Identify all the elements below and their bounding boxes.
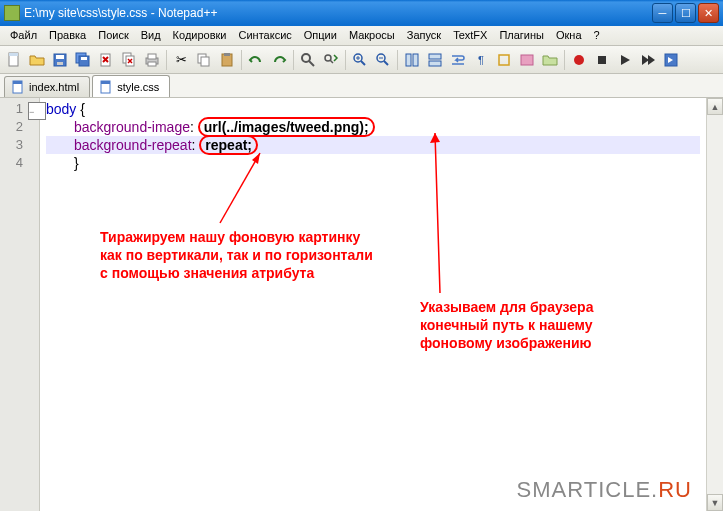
css-value-circled: url(../images/tweed.png); bbox=[198, 117, 375, 137]
menu-options[interactable]: Опции bbox=[298, 26, 343, 45]
paste-button[interactable] bbox=[216, 49, 238, 71]
svg-rect-35 bbox=[429, 54, 441, 59]
svg-rect-17 bbox=[148, 62, 156, 66]
annotation-left: Тиражируем нашу фоновую картинку как по … bbox=[100, 228, 380, 283]
line-number: 3 bbox=[0, 136, 39, 154]
lang-button[interactable] bbox=[516, 49, 538, 71]
tab-index-html[interactable]: index.html bbox=[4, 76, 90, 97]
svg-rect-21 bbox=[224, 53, 230, 56]
menu-view[interactable]: Вид bbox=[135, 26, 167, 45]
svg-point-22 bbox=[302, 54, 310, 62]
svg-rect-1 bbox=[9, 53, 18, 56]
minimize-button[interactable]: ─ bbox=[652, 3, 673, 23]
menu-search[interactable]: Поиск bbox=[92, 26, 134, 45]
new-file-button[interactable] bbox=[3, 49, 25, 71]
scroll-up-icon[interactable]: ▲ bbox=[707, 98, 723, 115]
replace-button[interactable] bbox=[320, 49, 342, 71]
show-chars-button[interactable]: ¶ bbox=[470, 49, 492, 71]
close-all-button[interactable] bbox=[118, 49, 140, 71]
menu-run[interactable]: Запуск bbox=[401, 26, 447, 45]
tab-label: index.html bbox=[29, 81, 79, 93]
annotation-right: Указываем для браузера конечный путь к н… bbox=[420, 298, 660, 353]
title-bar: E:\my site\css\style.css - Notepad++ ─ ☐… bbox=[0, 0, 723, 26]
svg-rect-39 bbox=[521, 55, 533, 65]
wrap-button[interactable] bbox=[447, 49, 469, 71]
window-title: E:\my site\css\style.css - Notepad++ bbox=[24, 6, 217, 20]
app-icon bbox=[4, 5, 20, 21]
menu-bar: Файл Правка Поиск Вид Кодировки Синтакси… bbox=[0, 26, 723, 46]
svg-line-29 bbox=[361, 61, 365, 65]
file-icon bbox=[99, 80, 113, 94]
copy-button[interactable] bbox=[193, 49, 215, 71]
svg-rect-36 bbox=[429, 61, 441, 66]
menu-edit[interactable]: Правка bbox=[43, 26, 92, 45]
toolbar: ✂ ¶ bbox=[0, 46, 723, 74]
cut-button[interactable]: ✂ bbox=[170, 49, 192, 71]
editor-area: 1 2 3 4 − body { background-image: url(.… bbox=[0, 98, 723, 511]
svg-rect-3 bbox=[56, 55, 64, 59]
menu-windows[interactable]: Окна bbox=[550, 26, 588, 45]
svg-rect-44 bbox=[13, 81, 22, 84]
css-selector: body bbox=[46, 101, 76, 117]
vertical-scrollbar[interactable]: ▲ ▼ bbox=[706, 98, 723, 511]
line-number: 4 bbox=[0, 154, 39, 172]
scroll-down-icon[interactable]: ▼ bbox=[707, 494, 723, 511]
svg-rect-4 bbox=[57, 62, 63, 65]
play-multi-button[interactable] bbox=[637, 49, 659, 71]
css-property: background-image bbox=[74, 119, 190, 135]
zoom-out-button[interactable] bbox=[372, 49, 394, 71]
save-all-button[interactable] bbox=[72, 49, 94, 71]
svg-rect-16 bbox=[148, 54, 156, 59]
menu-file[interactable]: Файл bbox=[4, 26, 43, 45]
css-value-circled: repeat; bbox=[199, 135, 258, 155]
svg-rect-34 bbox=[413, 54, 418, 66]
menu-syntax[interactable]: Синтаксис bbox=[233, 26, 298, 45]
folder-button[interactable] bbox=[539, 49, 561, 71]
find-button[interactable] bbox=[297, 49, 319, 71]
stop-button[interactable] bbox=[591, 49, 613, 71]
print-button[interactable] bbox=[141, 49, 163, 71]
close-button[interactable]: ✕ bbox=[698, 3, 719, 23]
svg-rect-41 bbox=[598, 56, 606, 64]
code-content[interactable]: body { background-image: url(../images/t… bbox=[40, 98, 706, 511]
close-file-button[interactable] bbox=[95, 49, 117, 71]
css-property: background-repeat bbox=[74, 137, 192, 153]
tab-bar: index.html style.css bbox=[0, 74, 723, 98]
brace: } bbox=[74, 155, 79, 171]
maximize-button[interactable]: ☐ bbox=[675, 3, 696, 23]
sync-h-button[interactable] bbox=[424, 49, 446, 71]
zoom-in-button[interactable] bbox=[349, 49, 371, 71]
menu-textfx[interactable]: TextFX bbox=[447, 26, 493, 45]
svg-rect-7 bbox=[81, 57, 87, 60]
save-button[interactable] bbox=[49, 49, 71, 71]
menu-plugins[interactable]: Плагины bbox=[493, 26, 550, 45]
menu-encoding[interactable]: Кодировки bbox=[167, 26, 233, 45]
watermark: SMARTICLE.RU bbox=[517, 477, 692, 503]
svg-rect-33 bbox=[406, 54, 411, 66]
svg-rect-46 bbox=[101, 81, 110, 84]
play-button[interactable] bbox=[614, 49, 636, 71]
svg-rect-19 bbox=[201, 57, 209, 66]
record-button[interactable] bbox=[568, 49, 590, 71]
line-gutter: 1 2 3 4 − bbox=[0, 98, 40, 511]
redo-button[interactable] bbox=[268, 49, 290, 71]
open-file-button[interactable] bbox=[26, 49, 48, 71]
save-macro-button[interactable] bbox=[660, 49, 682, 71]
svg-point-40 bbox=[574, 55, 584, 65]
menu-help[interactable]: ? bbox=[588, 26, 606, 45]
tab-label: style.css bbox=[117, 81, 159, 93]
svg-rect-38 bbox=[499, 55, 509, 65]
brace: { bbox=[76, 101, 85, 117]
undo-button[interactable] bbox=[245, 49, 267, 71]
indent-guide-button[interactable] bbox=[493, 49, 515, 71]
svg-line-32 bbox=[384, 61, 388, 65]
svg-line-25 bbox=[330, 60, 333, 63]
menu-macros[interactable]: Макросы bbox=[343, 26, 401, 45]
sync-v-button[interactable] bbox=[401, 49, 423, 71]
tab-style-css[interactable]: style.css bbox=[92, 75, 170, 97]
file-icon bbox=[11, 80, 25, 94]
svg-line-23 bbox=[309, 61, 314, 66]
